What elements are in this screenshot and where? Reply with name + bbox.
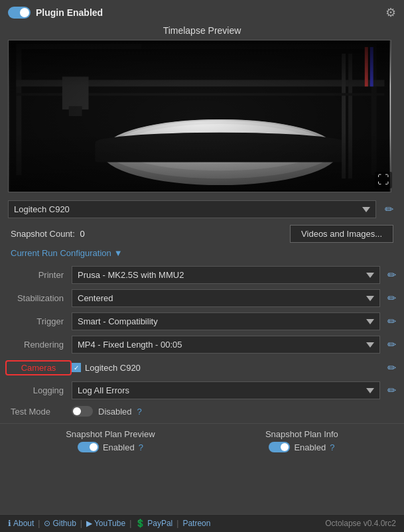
test-mode-help-icon[interactable]: ? [137,407,142,417]
logging-edit-icon[interactable]: ✏ [384,384,399,397]
cameras-control: ✓ Logitech C920 ✏ [72,362,399,374]
cameras-label: Cameras [5,360,72,375]
stabilization-control: Centered ✏ [72,289,399,307]
printer-edit-icon[interactable]: ✏ [384,269,399,281]
snapshot-row: Snapshot Count: 0 Videos and Images... [0,222,404,245]
svg-rect-4 [141,44,377,49]
config-header-arrow: ▼ [114,248,123,258]
plugin-enabled-toggle[interactable] [8,7,31,19]
github-link[interactable]: ⊙ Github [44,519,76,528]
footer-links: ℹ About | ⊙ Github | ▶ YouTube | 💲 PayPa… [8,519,210,528]
paypal-label: PayPal [147,519,172,528]
svg-rect-2 [16,44,147,49]
snapshot-plan-preview-title: Snapshot Plan Preview [66,429,155,439]
printer-label: Printer [5,270,72,280]
stabilization-row: Stabilization Centered ✏ [5,287,399,310]
rendering-label: Rendering [5,340,72,350]
cameras-checkbox[interactable]: ✓ [72,363,81,372]
expand-preview-button[interactable]: ⛶ [375,172,392,188]
snapshot-plan-preview-toggle[interactable] [78,442,99,452]
snapshot-plan-info-help-icon[interactable]: ? [330,442,334,452]
svg-rect-17 [365,47,368,86]
cameras-edit-icon[interactable]: ✏ [384,362,399,374]
rendering-row: Rendering MP4 - Fixed Length - 00:05 ✏ [5,333,399,356]
videos-and-images-button[interactable]: Videos and Images... [290,225,393,243]
test-mode-row: Test Mode Disabled ? [0,402,404,421]
rendering-edit-icon[interactable]: ✏ [384,338,399,351]
stabilization-label: Stabilization [5,293,72,303]
paypal-icon: 💲 [135,519,145,528]
preview-section: Timelapse Preview [0,25,404,196]
config-header[interactable]: Current Run Configuration ▼ [0,245,404,263]
svg-point-11 [95,133,345,153]
snapshot-plan-info-item: Snapshot Plan Info Enabled ? [265,429,338,452]
printer-row: Printer Prusa - MK2.5S with MMU2 ✏ [5,263,399,287]
stabilization-edit-icon[interactable]: ✏ [384,292,399,304]
snapshot-plan-preview-status: Enabled [103,442,135,452]
settings-grid: Printer Prusa - MK2.5S with MMU2 ✏ Stabi… [0,263,404,402]
github-label: Github [52,519,76,528]
logging-row: Logging Log All Errors ✏ [5,379,399,402]
snapshot-plan-info-status: Enabled [294,442,326,452]
snapshot-count-value: 0 [80,229,84,239]
patreon-label: Patreon [182,519,210,528]
svg-rect-10 [95,143,345,163]
gear-icon[interactable]: ⚙ [385,5,396,20]
snapshot-plan-info-row: Enabled ? [269,442,334,452]
patreon-link[interactable]: Patreon [182,519,210,528]
cameras-row: Cameras ✓ Logitech C920 ✏ [5,356,399,379]
svg-rect-1 [16,44,21,175]
svg-rect-12 [342,54,346,178]
top-bar: Plugin Enabled ⚙ [0,0,404,25]
trigger-row: Trigger Smart - Compatibility ✏ [5,310,399,333]
svg-point-9 [128,124,312,163]
svg-rect-13 [348,54,352,178]
youtube-link[interactable]: ▶ YouTube [86,519,125,528]
paypal-link[interactable]: 💲 PayPal [135,519,172,528]
svg-rect-5 [16,80,384,86]
rendering-select[interactable]: MP4 - Fixed Length - 00:05 [72,336,380,354]
github-icon: ⊙ [44,519,50,528]
snapshot-plan-info-toggle[interactable] [269,442,290,452]
camera-edit-icon[interactable]: ✏ [381,203,396,216]
svg-rect-16 [69,106,82,116]
printer-control: Prusa - MK2.5S with MMU2 ✏ [72,266,399,284]
version-label: Octolapse v0.4.0rc2 [325,519,396,528]
youtube-icon: ▶ [86,519,92,528]
trigger-label: Trigger [5,316,72,326]
stabilization-select[interactable]: Centered [72,289,380,307]
snapshot-count-label: Snapshot Count: 0 [11,229,85,239]
logging-label: Logging [5,385,72,395]
trigger-select[interactable]: Smart - Compatibility [72,312,380,330]
svg-point-7 [105,119,335,178]
logging-select[interactable]: Log All Errors [72,381,380,399]
camera-bar: Logitech C920 ✏ [0,196,404,222]
config-header-label: Current Run Configuration [11,248,111,258]
snapshot-plan-info-title: Snapshot Plan Info [265,429,338,439]
printer-select[interactable]: Prusa - MK2.5S with MMU2 [72,266,380,284]
about-icon: ℹ [8,519,11,528]
svg-rect-15 [62,77,89,110]
svg-rect-18 [370,47,373,86]
plugin-toggle[interactable]: Plugin Enabled [8,7,103,19]
plan-section: Snapshot Plan Preview Enabled ? Snapshot… [0,423,404,458]
snapshot-plan-preview-help-icon[interactable]: ? [139,442,143,452]
rendering-control: MP4 - Fixed Length - 00:05 ✏ [72,336,399,354]
test-mode-status: Disabled [98,407,132,417]
svg-point-8 [115,121,325,170]
trigger-edit-icon[interactable]: ✏ [384,315,399,328]
svg-rect-19 [10,40,390,192]
plugin-label: Plugin Enabled [36,7,103,18]
test-mode-toggle[interactable] [72,406,93,417]
snapshot-plan-preview-item: Snapshot Plan Preview Enabled ? [66,429,155,452]
snapshot-plan-preview-row: Enabled ? [78,442,143,452]
about-label: About [13,519,34,528]
logging-control: Log All Errors ✏ [72,381,399,399]
svg-point-6 [101,119,338,185]
camera-select[interactable]: Logitech C920 [8,200,376,218]
youtube-label: YouTube [94,519,125,528]
footer: ℹ About | ⊙ Github | ▶ YouTube | 💲 PayPa… [0,514,404,532]
about-link[interactable]: ℹ About [8,519,34,528]
timelapse-preview-image [8,40,391,192]
svg-rect-14 [16,93,384,96]
